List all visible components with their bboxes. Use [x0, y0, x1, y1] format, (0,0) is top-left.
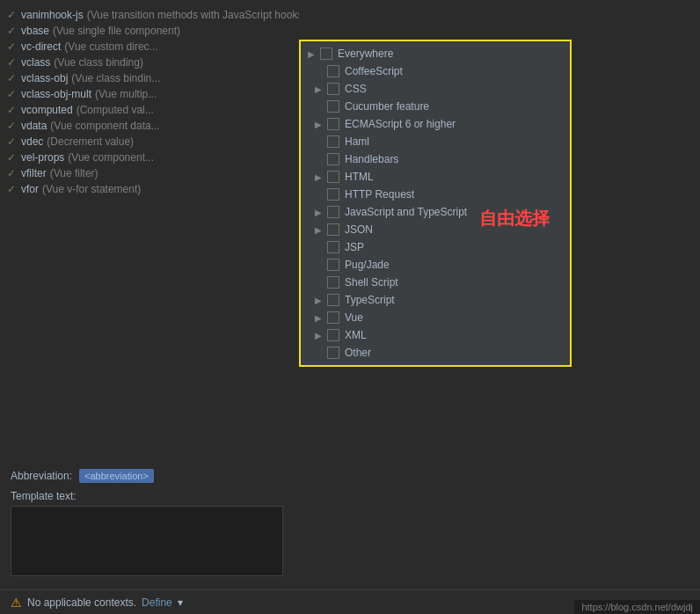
no-context-extra: ▾ [178, 596, 183, 609]
check-icon: ✓ [7, 151, 16, 164]
item-label: Haml [345, 135, 369, 148]
dropdown-item[interactable]: ▶XML [301, 326, 570, 344]
item-checkbox[interactable] [327, 294, 339, 306]
item-checkbox[interactable] [327, 276, 339, 289]
snippet-item[interactable]: ✓vclass (Vue class binding) [0, 55, 299, 70]
context-dropdown[interactable]: ▶EverywhereCoffeeScript▶CSSCucumber feat… [299, 40, 572, 367]
snippet-item[interactable]: ✓vel-props (Vue component... [0, 150, 299, 165]
check-icon: ✓ [7, 40, 16, 53]
check-icon: ✓ [7, 167, 16, 179]
snippet-name: vbase [21, 25, 49, 37]
item-label: Vue [345, 311, 363, 324]
abbreviation-badge[interactable]: <abbreviation> [79, 469, 154, 483]
expand-arrow-icon: ▶ [315, 172, 327, 182]
item-checkbox[interactable] [327, 188, 339, 201]
snippet-name: vclass [21, 56, 50, 69]
dropdown-item[interactable]: CoffeeScript [301, 62, 570, 80]
snippet-name: vclass-obj-mult [21, 88, 91, 100]
expand-arrow-icon: ▶ [315, 296, 327, 305]
item-checkbox[interactable] [327, 100, 339, 113]
abbreviation-label: Abbreviation: [11, 470, 72, 482]
item-label: Pug/Jade [345, 259, 390, 271]
dropdown-item[interactable]: ▶CSS [301, 80, 570, 98]
item-label: JSP [345, 241, 364, 253]
snippet-item[interactable]: ✓vcomputed (Computed val... [0, 102, 299, 118]
check-icon: ✓ [7, 183, 16, 195]
dropdown-item[interactable]: Cucumber feature [301, 98, 570, 115]
item-checkbox[interactable] [327, 347, 339, 359]
expand-arrow-icon: ▶ [308, 49, 320, 59]
item-checkbox[interactable] [327, 223, 339, 236]
check-icon: ✓ [7, 56, 16, 69]
snippet-item[interactable]: ✓vfor (Vue v-for statement) [0, 181, 299, 197]
item-label: XML [345, 329, 367, 341]
check-icon: ✓ [7, 104, 16, 116]
snippet-item[interactable]: ✓vfilter (Vue filter) [0, 165, 299, 181]
check-icon: ✓ [7, 9, 16, 21]
check-icon: ✓ [7, 88, 16, 100]
snippet-desc: (Decrement value) [47, 135, 134, 148]
expand-arrow-icon: ▶ [315, 331, 327, 340]
snippet-desc: (Vue component data... [50, 120, 159, 132]
check-icon: ✓ [7, 120, 16, 132]
snippet-name: vcomputed [21, 104, 73, 116]
dropdown-item[interactable]: Haml [301, 133, 570, 150]
dropdown-item[interactable]: ▶Vue [301, 309, 570, 326]
item-checkbox[interactable] [327, 65, 339, 77]
snippet-item[interactable]: ✓vbase (Vue single file component) [0, 23, 299, 39]
item-label: Cucumber feature [345, 100, 429, 113]
dropdown-item[interactable]: ▶HTML [301, 168, 570, 186]
snippet-item[interactable]: ✓vclass-obj-mult (Vue multip... [0, 86, 299, 102]
define-link[interactable]: Define [142, 596, 172, 609]
item-checkbox[interactable] [327, 206, 339, 218]
expand-arrow-icon: ▶ [315, 84, 327, 94]
dropdown-item[interactable]: Pug/Jade [301, 256, 570, 274]
dropdown-item[interactable]: ▶TypeScript [301, 291, 570, 309]
item-checkbox[interactable] [327, 329, 339, 341]
item-checkbox[interactable] [327, 241, 339, 253]
item-checkbox[interactable] [327, 153, 339, 165]
item-label: HTTP Request [345, 188, 414, 201]
item-checkbox[interactable] [327, 311, 339, 324]
item-checkbox[interactable] [327, 171, 339, 183]
check-icon: ✓ [7, 135, 16, 148]
warning-icon: ⚠ [11, 596, 22, 610]
item-checkbox[interactable] [320, 48, 332, 60]
dropdown-item[interactable]: ▶ECMAScript 6 or higher [301, 115, 570, 133]
snippet-item[interactable]: ✓vanimhook-js (Vue transition methods wi… [0, 7, 299, 23]
snippet-item[interactable]: ✓vdata (Vue component data... [0, 118, 299, 134]
snippet-desc: (Vue v-for statement) [42, 183, 141, 195]
snippet-desc: (Computed val... [77, 104, 154, 116]
expand-arrow-icon: ▶ [315, 313, 327, 323]
template-textarea[interactable] [11, 506, 283, 576]
expand-arrow-icon: ▶ [315, 208, 327, 217]
item-label: CoffeeScript [345, 65, 403, 77]
item-checkbox[interactable] [327, 83, 339, 95]
snippet-name: vel-props [21, 151, 64, 164]
snippet-item[interactable]: ✓vclass-obj (Vue class bindin... [0, 70, 299, 86]
snippet-name: vdec [21, 135, 43, 148]
item-label: Everywhere [338, 48, 393, 60]
template-text-label: Template text: [11, 490, 288, 502]
dropdown-item[interactable]: Other [301, 344, 570, 362]
dropdown-item[interactable]: Handlebars [301, 150, 570, 168]
snippet-desc: (Vue transition methods with JavaScript … [87, 9, 299, 21]
dropdown-item[interactable]: JSP [301, 238, 570, 256]
bottom-section: Abbreviation: <abbreviation> Template te… [0, 460, 299, 588]
dropdown-item[interactable]: HTTP Request [301, 186, 570, 203]
check-icon: ✓ [7, 25, 16, 37]
item-label: HTML [345, 171, 374, 183]
dropdown-item[interactable]: ▶Everywhere [301, 45, 570, 62]
snippet-item[interactable]: ✓vc-direct (Vue custom direc... [0, 39, 299, 55]
item-label: CSS [345, 83, 367, 95]
snippet-item[interactable]: ✓vdec (Decrement value) [0, 134, 299, 150]
no-context-text: No applicable contexts. [27, 596, 136, 609]
snippet-desc: (Vue class binding) [54, 56, 143, 69]
check-icon: ✓ [7, 72, 16, 84]
item-checkbox[interactable] [327, 259, 339, 271]
item-checkbox[interactable] [327, 118, 339, 130]
item-label: Handlebars [345, 153, 398, 165]
dropdown-item[interactable]: Shell Script [301, 274, 570, 291]
item-checkbox[interactable] [327, 135, 339, 148]
expand-arrow-icon: ▶ [315, 120, 327, 129]
